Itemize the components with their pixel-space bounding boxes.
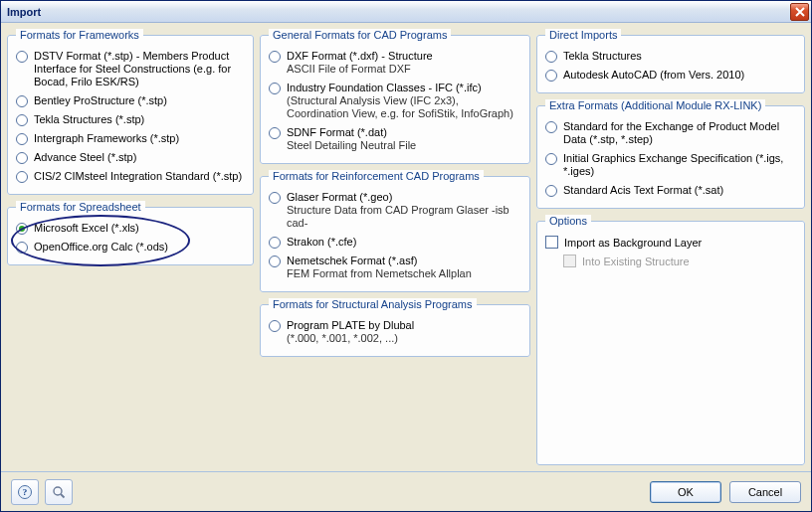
cancel-label: Cancel [748, 486, 782, 498]
group-extra-formats-legend: Extra Formats (Additional Module RX-LINK… [545, 99, 765, 111]
radio-icon [16, 114, 28, 126]
group-direct-imports-legend: Direct Imports [545, 29, 621, 41]
radio-icon [269, 192, 281, 204]
radio-iges[interactable]: Initial Graphics Exchange Specification … [545, 149, 796, 181]
radio-label: Standard Acis Text Format (*.sat) [563, 184, 723, 197]
radio-openoffice[interactable]: OpenOffice.org Calc (*.ods) [16, 238, 245, 256]
radio-icon [16, 152, 28, 164]
cancel-button[interactable]: Cancel [729, 481, 801, 503]
group-cad-reinforcement: Formats for Reinforcement CAD Programs G… [260, 170, 530, 292]
group-cad-reinforcement-legend: Formats for Reinforcement CAD Programs [269, 170, 484, 182]
middle-column: General Formats for CAD Programs DXF For… [260, 29, 530, 465]
checkbox-label: Into Existing Structure [582, 256, 690, 267]
radio-icon [545, 185, 557, 197]
close-icon [795, 7, 805, 17]
radio-icon [269, 320, 281, 332]
radio-icon [269, 51, 281, 63]
check-into-existing: Into Existing Structure [545, 252, 796, 270]
group-spreadsheet: Formats for Spreadsheet Microsoft Excel … [7, 201, 254, 265]
radio-tekla-stp[interactable]: Tekla Structures (*.stp) [16, 110, 245, 129]
radio-label: DXF Format (*.dxf) - Structure ASCII Fil… [287, 50, 433, 76]
content-area: Formats for Frameworks DSTV Format (*.st… [1, 23, 811, 471]
radio-label: Tekla Structures [563, 50, 642, 63]
radio-step[interactable]: Standard for the Exchange of Product Mod… [545, 117, 796, 149]
group-structural-analysis-legend: Formats for Structural Analysis Programs [269, 298, 477, 310]
window-title: Import [7, 6, 41, 18]
radio-intergraph[interactable]: Intergraph Frameworks (*.stp) [16, 129, 245, 148]
radio-nemetschek[interactable]: Nemetschek Format (*.asf) FEM Format fro… [269, 252, 521, 283]
help-button[interactable]: ? [11, 479, 39, 505]
svg-point-2 [54, 487, 62, 495]
group-direct-imports: Direct Imports Tekla Structures Autodesk… [536, 29, 805, 93]
radio-label: Nemetschek Format (*.asf) FEM Format fro… [287, 255, 472, 280]
details-button[interactable] [45, 479, 73, 505]
radio-label: Standard for the Exchange of Product Mod… [563, 120, 796, 146]
radio-dstv[interactable]: DSTV Format (*.stp) - Members Product In… [16, 47, 245, 91]
radio-icon [16, 51, 28, 63]
group-options: Options Import as Background Layer Into … [536, 215, 805, 465]
checkbox-icon [563, 255, 576, 267]
radio-label: Industry Foundation Classes - IFC (*.ifc… [287, 82, 521, 120]
radio-icon [545, 51, 557, 63]
radio-sdnf[interactable]: SDNF Format (*.dat) Steel Detailing Neut… [269, 123, 521, 155]
radio-icon [545, 70, 557, 82]
radio-label: Intergraph Frameworks (*.stp) [34, 132, 179, 145]
ok-label: OK [678, 486, 694, 498]
radio-strakon[interactable]: Strakon (*.cfe) [269, 233, 521, 252]
radio-cis2[interactable]: CIS/2 CIMsteel Integration Standard (*.s… [16, 167, 245, 186]
radio-label: OpenOffice.org Calc (*.ods) [34, 241, 168, 254]
checkbox-icon [545, 236, 558, 249]
group-structural-analysis: Formats for Structural Analysis Programs… [260, 298, 530, 357]
group-options-legend: Options [545, 215, 591, 227]
radio-ifc[interactable]: Industry Foundation Classes - IFC (*.ifc… [269, 79, 521, 123]
radio-bentley[interactable]: Bentley ProStructure (*.stp) [16, 91, 245, 110]
group-frameworks: Formats for Frameworks DSTV Format (*.st… [7, 29, 254, 195]
radio-label: Microsoft Excel (*.xls) [34, 222, 139, 235]
radio-label: Advance Steel (*.stp) [34, 151, 136, 164]
radio-plate[interactable]: Program PLATE by Dlubal (*.000, *.001, *… [269, 316, 521, 348]
radio-sat[interactable]: Standard Acis Text Format (*.sat) [545, 181, 796, 200]
radio-tekla-direct[interactable]: Tekla Structures [545, 47, 796, 66]
checkbox-label: Import as Background Layer [564, 237, 702, 249]
ok-button[interactable]: OK [650, 481, 721, 503]
help-icon: ? [17, 484, 33, 500]
radio-icon [16, 242, 28, 254]
svg-text:?: ? [23, 487, 28, 497]
import-dialog: Import Formats for Frameworks DSTV Forma… [0, 0, 812, 512]
titlebar: Import [1, 1, 811, 23]
check-bg-layer[interactable]: Import as Background Layer [545, 233, 796, 252]
radio-label: DSTV Format (*.stp) - Members Product In… [34, 50, 245, 88]
radio-advance-steel[interactable]: Advance Steel (*.stp) [16, 148, 245, 167]
dialog-buttons: OK Cancel [650, 481, 801, 503]
left-column: Formats for Frameworks DSTV Format (*.st… [7, 29, 254, 465]
radio-label: Program PLATE by Dlubal (*.000, *.001, *… [287, 319, 414, 345]
group-cad-general-legend: General Formats for CAD Programs [269, 29, 451, 41]
radio-label: Strakon (*.cfe) [287, 236, 356, 249]
radio-label: Tekla Structures (*.stp) [34, 113, 144, 126]
svg-line-3 [61, 494, 65, 498]
magnifier-icon [51, 484, 67, 500]
group-cad-general: General Formats for CAD Programs DXF For… [260, 29, 530, 164]
radio-autocad[interactable]: Autodesk AutoCAD (from Vers. 2010) [545, 66, 796, 85]
radio-icon [269, 256, 281, 267]
radio-icon [16, 133, 28, 145]
radio-glaser[interactable]: Glaser Format (*.geo) Structure Data fro… [269, 188, 521, 233]
right-column: Direct Imports Tekla Structures Autodesk… [536, 29, 805, 465]
group-frameworks-legend: Formats for Frameworks [16, 29, 143, 41]
radio-label: CIS/2 CIMsteel Integration Standard (*.s… [34, 170, 242, 183]
radio-icon [269, 127, 281, 139]
radio-icon [545, 121, 557, 133]
radio-icon [16, 223, 28, 235]
radio-dxf[interactable]: DXF Format (*.dxf) - Structure ASCII Fil… [269, 47, 521, 79]
radio-label: Glaser Format (*.geo) Structure Data fro… [287, 191, 521, 230]
radio-label: SDNF Format (*.dat) Steel Detailing Neut… [287, 126, 416, 152]
radio-excel[interactable]: Microsoft Excel (*.xls) [16, 219, 245, 238]
radio-icon [269, 83, 281, 94]
group-extra-formats: Extra Formats (Additional Module RX-LINK… [536, 99, 805, 209]
close-button[interactable] [790, 3, 809, 21]
radio-icon [269, 237, 281, 249]
radio-label: Autodesk AutoCAD (from Vers. 2010) [563, 69, 744, 82]
radio-icon [545, 153, 557, 165]
radio-icon [16, 171, 28, 183]
radio-label: Initial Graphics Exchange Specification … [563, 152, 796, 178]
